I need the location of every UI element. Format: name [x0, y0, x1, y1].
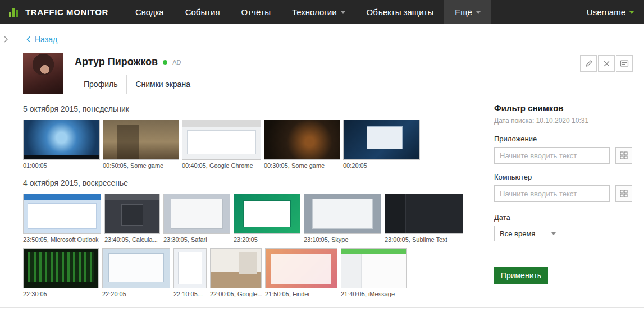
screenshot-image[interactable]: [343, 120, 420, 160]
screenshot-thumbnail[interactable]: 00:50:05, Some game: [103, 120, 179, 169]
screenshot-caption: 21:50:05, Finder: [265, 291, 337, 297]
screenshot-image[interactable]: [102, 248, 170, 288]
screenshot-image[interactable]: [104, 194, 160, 234]
nav-item-label: Объекты защиты: [367, 7, 434, 17]
screenshot-thumbnail[interactable]: 22:00:05, Google...: [210, 248, 262, 297]
tab-screenshots[interactable]: Снимки экрана: [126, 75, 199, 94]
screenshot-image[interactable]: [304, 194, 381, 234]
screenshot-caption: 22:10:05...: [173, 291, 207, 297]
nav-item-label: Ещё: [455, 7, 472, 17]
directory-badge: AD: [172, 59, 181, 66]
screenshot-image[interactable]: [385, 194, 463, 234]
screenshot-image[interactable]: [341, 248, 407, 288]
top-navbar: TRAFFIC MONITOR Сводка События Отчёты Те…: [0, 0, 644, 24]
grid-icon: [620, 190, 628, 197]
application-field-row: [494, 147, 633, 164]
screenshot-caption: 22:00:05, Google...: [210, 291, 262, 297]
username-label: Username: [587, 7, 625, 17]
computer-input[interactable]: [494, 185, 610, 202]
screenshot-image[interactable]: [23, 120, 100, 160]
nav-item-label: Сводка: [135, 7, 164, 17]
edit-button[interactable]: [580, 55, 597, 72]
user-menu[interactable]: Username: [587, 0, 644, 24]
nav-item-events[interactable]: События: [175, 0, 231, 24]
pencil-icon: [584, 59, 593, 68]
nav-item-summary[interactable]: Сводка: [125, 0, 175, 24]
filter-search-date: Дата поиска: 10.10.2020 10:31: [494, 117, 633, 125]
nav-item-technologies[interactable]: Технологии: [281, 0, 356, 24]
apply-button[interactable]: Применить: [494, 267, 548, 284]
screenshot-caption: 23:20:05: [234, 236, 300, 243]
filter-title: Фильтр снимков: [494, 103, 633, 113]
card-view-button[interactable]: [616, 55, 633, 72]
back-link-label: Назад: [35, 35, 57, 44]
date-select[interactable]: Все время: [494, 226, 561, 241]
presence-status-dot: [163, 60, 167, 65]
computer-picker-button[interactable]: [615, 185, 632, 202]
screenshot-thumbnail[interactable]: 21:40:05, iMessage: [341, 248, 407, 297]
screenshot-thumbnail[interactable]: 23:40:05, Calcula...: [104, 194, 160, 243]
delete-button[interactable]: [598, 55, 615, 72]
screenshot-thumbnail[interactable]: 00:30:05, Some game: [264, 120, 340, 169]
tab-label: Снимки экрана: [135, 80, 190, 89]
screenshot-image[interactable]: [23, 194, 101, 234]
screenshot-caption: 23:50:05, Microsoft Outlook: [23, 236, 101, 243]
application-input[interactable]: [494, 147, 610, 164]
screenshot-thumbnail[interactable]: 23:50:05, Microsoft Outlook: [23, 194, 101, 243]
screenshot-image[interactable]: [163, 194, 230, 234]
profile-tabs: Профиль Снимки экрана: [0, 75, 644, 94]
app-logo[interactable]: TRAFFIC MONITOR: [0, 0, 110, 24]
screenshot-image[interactable]: [23, 248, 99, 288]
main-nav: Сводка События Отчёты Технологии Объекты…: [125, 0, 491, 24]
screenshot-thumbnail[interactable]: 22:20:05: [102, 248, 170, 297]
computer-label: Компьютер: [494, 173, 633, 181]
screenshot-thumbnail[interactable]: 23:30:05, Safari: [163, 194, 230, 243]
screenshot-thumbnail[interactable]: 00:20:05: [343, 120, 420, 169]
screenshot-image[interactable]: [234, 194, 300, 234]
gallery-group-date: 4 октября 2015, воскресенье: [23, 178, 482, 187]
profile-header: Назад Артур Пирожков AD Профиль Сним: [0, 24, 644, 94]
screenshot-thumbnail[interactable]: 01:00:05: [23, 120, 100, 169]
screenshot-caption: 00:40:05, Google Chrome: [182, 162, 261, 169]
close-icon: [603, 60, 610, 67]
expand-panel-icon[interactable]: [3, 35, 8, 45]
thumbnail-row: 01:00:05 00:50:05, Some game 00:40:05, G…: [23, 120, 482, 169]
screenshot-thumbnail[interactable]: 00:40:05, Google Chrome: [182, 120, 261, 169]
nav-item-protection-objects[interactable]: Объекты защиты: [356, 0, 445, 24]
grid-icon: [620, 151, 628, 159]
screenshot-image[interactable]: [182, 120, 261, 160]
nav-item-more[interactable]: Ещё: [444, 0, 491, 24]
screenshot-image[interactable]: [264, 120, 340, 160]
screenshot-image[interactable]: [210, 248, 262, 288]
screenshot-thumbnail[interactable]: 23:10:05, Skype: [304, 194, 381, 243]
back-link[interactable]: Назад: [26, 35, 57, 44]
gallery-group-date: 5 октября 2015, понедельник: [23, 104, 482, 113]
application-picker-button[interactable]: [615, 147, 632, 164]
screenshot-thumbnail[interactable]: 22:10:05...: [173, 248, 207, 297]
screenshot-thumbnail[interactable]: 22:30:05: [23, 248, 99, 297]
nav-item-reports[interactable]: Отчёты: [231, 0, 281, 24]
page: TRAFFIC MONITOR Сводка События Отчёты Те…: [0, 0, 644, 317]
chevron-down-icon: [629, 11, 634, 14]
screenshot-caption: 00:50:05, Some game: [103, 162, 179, 169]
screenshot-thumbnail[interactable]: 23:00:05, Sublime Text: [385, 194, 463, 243]
screenshot-caption: 22:30:05: [23, 291, 99, 297]
screenshot-thumbnail[interactable]: 23:20:05: [234, 194, 300, 243]
screenshot-image[interactable]: [265, 248, 337, 288]
screenshot-image[interactable]: [103, 120, 179, 160]
page-title: Артур Пирожков: [75, 56, 158, 68]
main-area: 5 октября 2015, понедельник 01:00:05 00:…: [0, 94, 644, 308]
filter-sidebar: Фильтр снимков Дата поиска: 10.10.2020 1…: [482, 94, 644, 307]
profile-actions: [580, 55, 633, 72]
tab-label: Профиль: [84, 80, 117, 89]
chevron-down-icon: [551, 232, 556, 235]
nav-item-label: Технологии: [292, 7, 337, 17]
screenshot-image[interactable]: [173, 248, 207, 288]
date-label: Дата: [494, 213, 633, 222]
screenshot-caption: 22:20:05: [102, 291, 170, 297]
tab-profile[interactable]: Профиль: [75, 75, 126, 94]
screenshot-thumbnail[interactable]: 21:50:05, Finder: [265, 248, 337, 297]
chevron-left-icon: [26, 36, 31, 43]
date-select-value: Все время: [500, 229, 535, 238]
chevron-down-icon: [341, 11, 345, 14]
